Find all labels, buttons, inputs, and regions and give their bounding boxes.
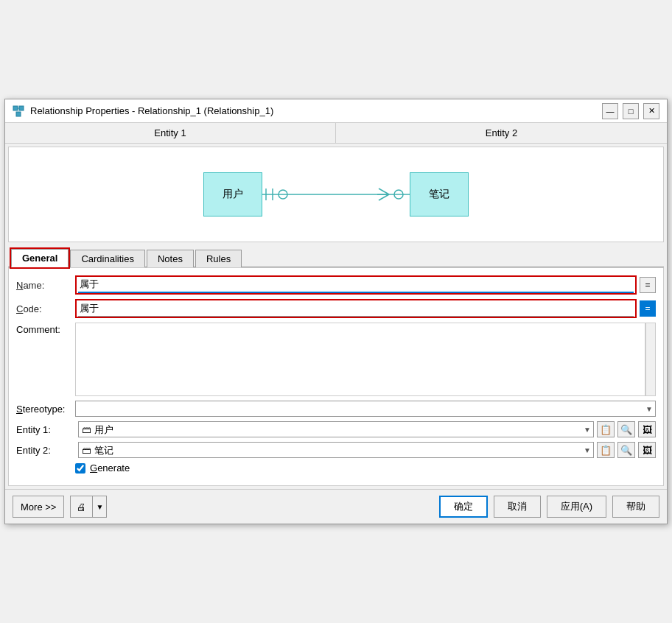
entity2-row-label: Entity 2: [16, 445, 75, 456]
comment-label: Comment: [16, 323, 75, 335]
entity2-select[interactable]: 🗃 笔记 [78, 442, 594, 458]
entity2-properties-button[interactable]: 🖼 [638, 442, 656, 458]
apply-label: 应用(A) [561, 501, 592, 512]
help-label: 帮助 [626, 501, 645, 512]
diagram-content: 用户 笔记 [203, 172, 469, 217]
confirm-button[interactable]: 确定 [439, 496, 488, 518]
code-row: Code: = [16, 299, 656, 318]
generate-label: Generate [90, 462, 130, 474]
generate-row: Generate [16, 462, 656, 474]
comment-row: Comment: [16, 323, 656, 396]
diagram-area: 用户 笔记 [8, 147, 664, 242]
entity1-header: Entity 1 [5, 123, 336, 143]
name-input-wrap: = [75, 275, 656, 295]
tab-notes[interactable]: Notes [147, 250, 194, 267]
comment-textarea[interactable] [75, 323, 645, 396]
svg-rect-3 [16, 112, 21, 116]
cancel-label: 取消 [508, 501, 527, 512]
tab-rules[interactable]: Rules [195, 250, 242, 267]
apply-button[interactable]: 应用(A) [547, 496, 606, 518]
more-button[interactable]: More >> [13, 496, 64, 518]
code-input-wrap: = [75, 299, 656, 318]
svg-line-9 [379, 194, 389, 200]
tabs-bar: General Cardinalities Notes Rules [8, 245, 664, 267]
entity2-search-button[interactable]: 🔍 [617, 442, 635, 458]
maximize-button[interactable]: □ [623, 103, 639, 119]
comment-scrollbar [645, 323, 656, 396]
close-button[interactable]: ✕ [643, 103, 659, 119]
code-input[interactable] [78, 300, 634, 317]
svg-line-8 [379, 189, 389, 194]
name-row: Name: = [16, 275, 656, 295]
title-bar-left: Relationship Properties - Relationship_1… [13, 105, 273, 117]
cancel-button[interactable]: 取消 [494, 496, 541, 518]
title-controls: — □ ✕ [602, 103, 659, 119]
name-input[interactable] [78, 277, 634, 293]
entity1-box: 用户 [203, 172, 262, 217]
entity1-search-button[interactable]: 🔍 [617, 421, 635, 437]
tab-cardinalities[interactable]: Cardinalities [70, 250, 145, 267]
stereotype-label: Stereotype: [16, 404, 75, 415]
print-button[interactable]: 🖨 ▼ [70, 496, 107, 518]
entity2-label: 笔记 [429, 188, 449, 201]
main-window: Relationship Properties - Relationship_1… [4, 99, 668, 524]
help-button[interactable]: 帮助 [612, 496, 659, 518]
tab-general[interactable]: General [11, 249, 69, 267]
entity1-label: 用户 [223, 188, 243, 201]
code-eq-button[interactable]: = [640, 300, 656, 317]
title-bar: Relationship Properties - Relationship_1… [5, 99, 667, 123]
more-label: More >> [21, 501, 56, 513]
name-label: Name: [16, 280, 75, 291]
entity1-select-wrap: 🗃 用户 ▼ [78, 421, 594, 437]
svg-rect-0 [13, 106, 18, 110]
print-icon: 🖨 [77, 501, 86, 513]
entity2-copy-button[interactable]: 📋 [597, 442, 615, 458]
entity1-row-label: Entity 1: [16, 424, 75, 435]
svg-rect-1 [19, 106, 24, 110]
entity1-select[interactable]: 🗃 用户 [78, 421, 594, 437]
entity1-copy-button[interactable]: 📋 [597, 421, 615, 437]
entity2-select-wrap: 🗃 笔记 ▼ [78, 442, 594, 458]
entity2-header: Entity 2 [336, 123, 667, 143]
entity2-row: Entity 2: 🗃 笔记 ▼ 📋 🔍 🖼 [16, 442, 656, 458]
window-icon [13, 105, 24, 117]
form-area: Name: = Code: = Comment: [8, 267, 664, 486]
name-eq-button[interactable]: = [640, 277, 656, 293]
print-dropdown-arrow[interactable]: ▼ [93, 496, 106, 517]
minimize-button[interactable]: — [602, 103, 618, 119]
entity1-row: Entity 1: 🗃 用户 ▼ 📋 🔍 🖼 [16, 421, 656, 437]
confirm-label: 确定 [454, 501, 473, 512]
stereotype-select-wrap: ▼ [75, 401, 656, 417]
stereotype-select[interactable] [75, 401, 656, 417]
generate-checkbox[interactable] [75, 463, 85, 474]
relation-line-svg [262, 180, 410, 209]
code-label: Code: [16, 303, 75, 314]
entity2-box: 笔记 [410, 172, 469, 217]
window-title: Relationship Properties - Relationship_1… [30, 105, 273, 116]
entity-header: Entity 1 Entity 2 [5, 123, 667, 144]
stereotype-row: Stereotype: ▼ [16, 401, 656, 417]
bottom-bar: More >> 🖨 ▼ 确定 取消 应用(A) 帮助 [5, 489, 667, 524]
print-icon-wrap: 🖨 [71, 496, 93, 517]
entity1-properties-button[interactable]: 🖼 [638, 421, 656, 437]
